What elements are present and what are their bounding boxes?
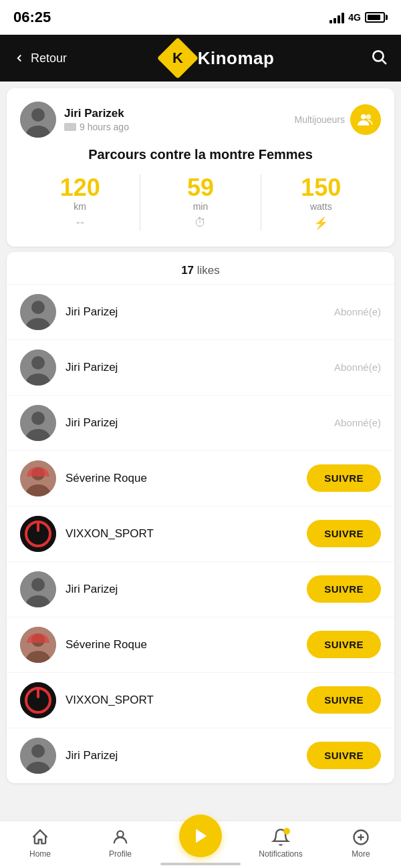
user-time: 9 hours ago bbox=[64, 122, 129, 132]
bottom-nav: Home Profile Notifications More bbox=[0, 821, 401, 868]
like-user: Jiri Parizej bbox=[20, 294, 118, 330]
svg-point-0 bbox=[373, 51, 383, 61]
like-user: Jiri Parizej bbox=[20, 349, 118, 386]
user-name-time: Jiri Parizek 9 hours ago bbox=[64, 107, 129, 132]
follow-button[interactable]: SUIVRE bbox=[307, 520, 381, 547]
like-row: Jiri Parizej Abonné(e) bbox=[7, 396, 394, 451]
like-user: VIXXON_SPORT bbox=[20, 682, 154, 718]
likes-count: 17 bbox=[181, 264, 194, 277]
multiplayer-button[interactable] bbox=[350, 104, 381, 135]
logo: K Kinomap bbox=[163, 43, 275, 73]
logo-diamond: K bbox=[157, 37, 198, 79]
nav-home[interactable]: Home bbox=[0, 828, 80, 859]
nav-home-label: Home bbox=[29, 849, 51, 859]
svg-point-11 bbox=[31, 356, 45, 370]
svg-point-23 bbox=[31, 578, 45, 591]
more-icon bbox=[352, 828, 370, 847]
like-name: Jiri Parizej bbox=[65, 416, 118, 430]
svg-point-5 bbox=[361, 114, 366, 120]
clock-icon: ⏱ bbox=[194, 216, 207, 230]
bell-icon bbox=[271, 828, 290, 847]
distance-icon: ↔ bbox=[74, 216, 86, 230]
back-label: Retour bbox=[31, 51, 67, 65]
like-avatar bbox=[20, 571, 56, 607]
play-button[interactable] bbox=[179, 815, 222, 857]
like-name: VIXXON_SPORT bbox=[65, 527, 154, 541]
like-name: Jiri Parizej bbox=[65, 583, 118, 596]
like-avatar bbox=[20, 738, 56, 774]
follow-button[interactable]: SUIVRE bbox=[307, 631, 381, 658]
like-avatar bbox=[20, 405, 56, 441]
stat-time: 59 min ⏱ bbox=[140, 174, 260, 231]
stat-power: 150 watts ⚡ bbox=[261, 174, 381, 231]
svg-point-14 bbox=[31, 412, 45, 425]
activity-title: Parcours contre la montre Femmes bbox=[20, 147, 381, 162]
like-name: Jiri Parizej bbox=[65, 305, 118, 319]
logo-text: Kinomap bbox=[198, 48, 275, 69]
home-indicator bbox=[160, 863, 241, 865]
network-label: 4G bbox=[348, 12, 361, 23]
like-user: Jiri Parizej bbox=[20, 738, 118, 774]
like-name: Jiri Parizej bbox=[65, 361, 118, 374]
follow-button[interactable]: SUIVRE bbox=[307, 575, 381, 603]
activity-user-row: Jiri Parizek 9 hours ago Multijoueurs bbox=[20, 102, 381, 138]
like-row: VIXXON_SPORT SUIVRE bbox=[7, 673, 394, 728]
subscribed-label: Abonné(e) bbox=[334, 306, 381, 317]
activity-user-info: Jiri Parizek 9 hours ago bbox=[20, 102, 129, 138]
like-avatar bbox=[20, 349, 56, 386]
multiplayer-section: Multijoueurs bbox=[295, 104, 381, 135]
like-row: Jiri Parizej SUIVRE bbox=[7, 728, 394, 783]
user-name: Jiri Parizek bbox=[64, 107, 129, 120]
home-icon bbox=[31, 828, 49, 847]
bolt-icon: ⚡ bbox=[313, 216, 328, 231]
stat-distance-unit: km bbox=[74, 201, 86, 212]
follow-button[interactable]: SUIVRE bbox=[307, 686, 381, 714]
nav-notifications-label: Notifications bbox=[259, 849, 302, 859]
like-row: Séverine Roque SUIVRE bbox=[7, 617, 394, 673]
like-row: Jiri Parizej Abonné(e) bbox=[7, 285, 394, 340]
follow-button[interactable]: SUIVRE bbox=[307, 464, 381, 492]
nav-more-label: More bbox=[352, 849, 370, 859]
like-row: VIXXON_SPORT SUIVRE bbox=[7, 507, 394, 562]
like-user: Jiri Parizej bbox=[20, 571, 118, 607]
svg-point-32 bbox=[31, 744, 45, 758]
header: Retour K Kinomap bbox=[0, 35, 401, 82]
back-button[interactable]: Retour bbox=[13, 51, 67, 65]
likes-card: 17 likes Jiri Parizej Abonné(e) Jiri Par… bbox=[7, 252, 394, 783]
stat-distance-value: 120 bbox=[60, 174, 100, 201]
nav-profile[interactable]: Profile bbox=[80, 828, 160, 859]
stat-power-unit: watts bbox=[310, 201, 332, 212]
status-bar: 06:25 4G bbox=[0, 0, 401, 35]
subscribed-label: Abonné(e) bbox=[334, 361, 381, 373]
like-user: Séverine Roque bbox=[20, 460, 147, 496]
stat-power-value: 150 bbox=[301, 174, 341, 201]
svg-point-6 bbox=[366, 114, 372, 120]
status-icons: 4G bbox=[329, 11, 388, 23]
like-name: Séverine Roque bbox=[65, 638, 147, 652]
notification-badge bbox=[283, 828, 290, 835]
svg-point-34 bbox=[117, 831, 123, 837]
like-row: Jiri Parizej SUIVRE bbox=[7, 562, 394, 617]
user-avatar bbox=[20, 102, 56, 138]
like-user: Jiri Parizej bbox=[20, 405, 118, 441]
like-user: Séverine Roque bbox=[20, 627, 147, 663]
logo-k: K bbox=[172, 49, 183, 67]
status-time: 06:25 bbox=[13, 9, 51, 26]
nav-more[interactable]: More bbox=[321, 828, 401, 859]
search-button[interactable] bbox=[370, 48, 388, 68]
like-row: Séverine Roque SUIVRE bbox=[7, 451, 394, 507]
like-avatar bbox=[20, 627, 56, 663]
nav-play[interactable] bbox=[160, 828, 241, 857]
stats-row: 120 km ↔ 59 min ⏱ 150 watts ⚡ bbox=[20, 174, 381, 231]
stat-distance: 120 km ↔ bbox=[20, 174, 140, 231]
stat-time-value: 59 bbox=[187, 174, 214, 201]
like-avatar bbox=[20, 682, 56, 718]
likes-unit: likes bbox=[197, 264, 220, 277]
follow-button[interactable]: SUIVRE bbox=[307, 742, 381, 769]
time-ago-label: 9 hours ago bbox=[80, 122, 129, 132]
stat-time-unit: min bbox=[193, 201, 209, 212]
nav-notifications[interactable]: Notifications bbox=[241, 828, 321, 859]
svg-marker-35 bbox=[196, 829, 207, 843]
signal-icon bbox=[329, 11, 344, 23]
svg-point-3 bbox=[31, 108, 45, 122]
